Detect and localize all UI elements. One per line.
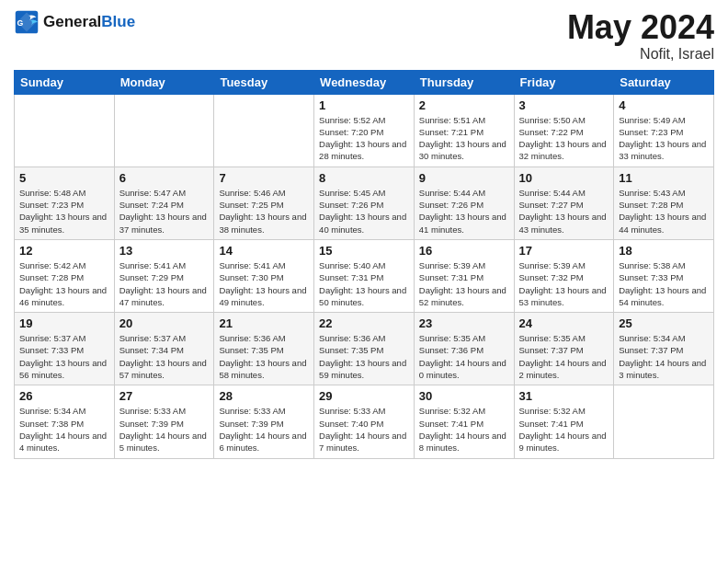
calendar-cell: 13Sunrise: 5:41 AMSunset: 7:29 PMDayligh… [114,239,214,312]
day-info: Sunrise: 5:51 AMSunset: 7:21 PMDaylight:… [419,114,509,163]
weekday-monday: Monday [114,70,214,94]
calendar-cell: 20Sunrise: 5:37 AMSunset: 7:34 PMDayligh… [114,313,214,385]
day-info: Sunrise: 5:48 AMSunset: 7:23 PMDaylight:… [19,187,109,236]
day-number: 21 [219,316,309,330]
day-number: 16 [419,244,509,258]
day-number: 20 [119,316,210,330]
day-info: Sunrise: 5:33 AMSunset: 7:39 PMDaylight:… [219,405,309,454]
day-number: 18 [619,244,709,258]
calendar-cell: 15Sunrise: 5:40 AMSunset: 7:31 PMDayligh… [314,239,415,312]
calendar-cell: 9Sunrise: 5:44 AMSunset: 7:26 PMDaylight… [414,167,514,239]
logo-blue: Blue [101,13,135,30]
day-info: Sunrise: 5:47 AMSunset: 7:24 PMDaylight:… [119,187,210,236]
day-number: 23 [419,316,509,330]
calendar-cell: 10Sunrise: 5:44 AMSunset: 7:27 PMDayligh… [514,167,614,239]
day-number: 26 [19,389,109,403]
week-row-5: 26Sunrise: 5:34 AMSunset: 7:38 PMDayligh… [15,385,714,458]
day-info: Sunrise: 5:34 AMSunset: 7:38 PMDaylight:… [19,405,109,454]
day-number: 30 [419,389,509,403]
day-number: 2 [419,98,509,112]
day-info: Sunrise: 5:42 AMSunset: 7:28 PMDaylight:… [19,259,109,308]
day-number: 9 [419,171,509,185]
day-info: Sunrise: 5:52 AMSunset: 7:20 PMDaylight:… [319,114,409,163]
calendar-cell: 7Sunrise: 5:46 AMSunset: 7:25 PMDaylight… [214,167,314,239]
day-info: Sunrise: 5:38 AMSunset: 7:33 PMDaylight:… [619,259,709,308]
day-info: Sunrise: 5:43 AMSunset: 7:28 PMDaylight:… [619,187,709,236]
day-info: Sunrise: 5:36 AMSunset: 7:35 PMDaylight:… [319,332,409,381]
day-number: 8 [319,171,409,185]
calendar-cell: 4Sunrise: 5:49 AMSunset: 7:23 PMDaylight… [614,94,714,167]
calendar-cell: 18Sunrise: 5:38 AMSunset: 7:33 PMDayligh… [614,239,714,312]
day-number: 17 [519,244,609,258]
calendar-cell: 23Sunrise: 5:35 AMSunset: 7:36 PMDayligh… [414,313,514,385]
day-number: 27 [119,389,210,403]
day-info: Sunrise: 5:33 AMSunset: 7:40 PMDaylight:… [319,405,409,454]
day-number: 29 [319,389,409,403]
title-block: May 2024 Nofit, Israel [567,9,714,63]
calendar-cell: 11Sunrise: 5:43 AMSunset: 7:28 PMDayligh… [614,167,714,239]
calendar-cell: 1Sunrise: 5:52 AMSunset: 7:20 PMDaylight… [314,94,415,167]
day-info: Sunrise: 5:41 AMSunset: 7:30 PMDaylight:… [219,259,309,308]
week-row-3: 12Sunrise: 5:42 AMSunset: 7:28 PMDayligh… [15,239,714,312]
day-number: 14 [219,244,309,258]
calendar-cell: 30Sunrise: 5:32 AMSunset: 7:41 PMDayligh… [414,385,514,458]
day-info: Sunrise: 5:34 AMSunset: 7:37 PMDaylight:… [619,332,709,381]
weekday-friday: Friday [514,70,614,94]
calendar-cell: 19Sunrise: 5:37 AMSunset: 7:33 PMDayligh… [15,313,115,385]
location: Nofit, Israel [567,46,714,63]
weekday-tuesday: Tuesday [214,70,314,94]
day-info: Sunrise: 5:36 AMSunset: 7:35 PMDaylight:… [219,332,309,381]
calendar-cell: 22Sunrise: 5:36 AMSunset: 7:35 PMDayligh… [314,313,415,385]
week-row-1: 1Sunrise: 5:52 AMSunset: 7:20 PMDaylight… [15,94,714,167]
calendar-cell: 26Sunrise: 5:34 AMSunset: 7:38 PMDayligh… [15,385,115,458]
day-number: 19 [19,316,109,330]
calendar-cell: 16Sunrise: 5:39 AMSunset: 7:31 PMDayligh… [414,239,514,312]
calendar-cell: 29Sunrise: 5:33 AMSunset: 7:40 PMDayligh… [314,385,415,458]
weekday-sunday: Sunday [15,70,115,94]
calendar-cell: 2Sunrise: 5:51 AMSunset: 7:21 PMDaylight… [414,94,514,167]
day-info: Sunrise: 5:35 AMSunset: 7:37 PMDaylight:… [519,332,609,381]
calendar-cell: 14Sunrise: 5:41 AMSunset: 7:30 PMDayligh… [214,239,314,312]
day-number: 24 [519,316,609,330]
day-number: 28 [219,389,309,403]
day-info: Sunrise: 5:40 AMSunset: 7:31 PMDaylight:… [319,259,409,308]
calendar-cell: 31Sunrise: 5:32 AMSunset: 7:41 PMDayligh… [514,385,614,458]
day-number: 6 [119,171,210,185]
day-number: 15 [319,244,409,258]
day-number: 3 [519,98,609,112]
day-number: 7 [219,171,309,185]
day-number: 10 [519,171,609,185]
calendar-cell: 28Sunrise: 5:33 AMSunset: 7:39 PMDayligh… [214,385,314,458]
day-number: 12 [19,244,109,258]
calendar-cell [214,94,314,167]
day-info: Sunrise: 5:35 AMSunset: 7:36 PMDaylight:… [419,332,509,381]
day-number: 5 [19,171,109,185]
day-info: Sunrise: 5:32 AMSunset: 7:41 PMDaylight:… [419,405,509,454]
calendar-cell: 27Sunrise: 5:33 AMSunset: 7:39 PMDayligh… [114,385,214,458]
calendar-cell [614,385,714,458]
calendar-table: SundayMondayTuesdayWednesdayThursdayFrid… [14,70,714,459]
svg-text:G: G [17,18,24,28]
calendar-cell [15,94,115,167]
day-info: Sunrise: 5:37 AMSunset: 7:34 PMDaylight:… [119,332,210,381]
logo-text: GeneralBlue [43,14,135,31]
logo-general: General [43,13,101,30]
header: G GeneralBlue May 2024 Nofit, Israel [14,9,714,63]
weekday-wednesday: Wednesday [314,70,415,94]
day-info: Sunrise: 5:46 AMSunset: 7:25 PMDaylight:… [219,187,309,236]
week-row-2: 5Sunrise: 5:48 AMSunset: 7:23 PMDaylight… [15,167,714,239]
day-info: Sunrise: 5:32 AMSunset: 7:41 PMDaylight:… [519,405,609,454]
calendar-page: G GeneralBlue May 2024 Nofit, Israel Sun… [0,0,728,563]
day-info: Sunrise: 5:49 AMSunset: 7:23 PMDaylight:… [619,114,709,163]
day-number: 4 [619,98,709,112]
day-info: Sunrise: 5:33 AMSunset: 7:39 PMDaylight:… [119,405,210,454]
logo-icon: G [14,9,40,35]
day-number: 22 [319,316,409,330]
calendar-cell: 24Sunrise: 5:35 AMSunset: 7:37 PMDayligh… [514,313,614,385]
day-info: Sunrise: 5:41 AMSunset: 7:29 PMDaylight:… [119,259,210,308]
day-info: Sunrise: 5:45 AMSunset: 7:26 PMDaylight:… [319,187,409,236]
day-number: 1 [319,98,409,112]
calendar-cell: 8Sunrise: 5:45 AMSunset: 7:26 PMDaylight… [314,167,415,239]
day-number: 13 [119,244,210,258]
day-number: 11 [619,171,709,185]
